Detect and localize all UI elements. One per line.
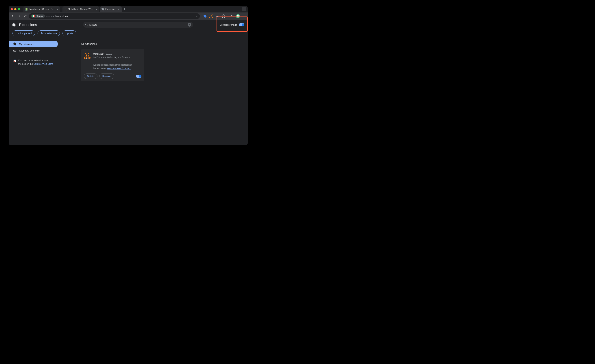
details-button[interactable]: Details <box>84 73 98 79</box>
kebab-menu-icon[interactable] <box>242 14 246 18</box>
close-tab-icon[interactable]: ✕ <box>117 8 120 11</box>
main-panel: All extensions MetaMask 12.9.3 An Ethere… <box>58 39 248 143</box>
reload-button[interactable] <box>23 14 28 19</box>
tab-separator <box>61 7 61 11</box>
search-icon <box>85 23 88 26</box>
keyboard-icon <box>13 49 16 52</box>
tab-title: Extensions <box>105 8 116 10</box>
search-box[interactable]: ✕ <box>83 22 193 28</box>
sidebar: My extensions Keyboard shortcuts Discove… <box>9 39 58 143</box>
load-unpacked-button[interactable]: Load unpacked <box>13 30 35 36</box>
svg-rect-6 <box>15 50 15 50</box>
close-window[interactable] <box>11 8 13 10</box>
bookmark-star-icon[interactable]: ☆ <box>196 15 198 18</box>
tabs-dropdown-button[interactable] <box>242 7 246 11</box>
extension-icon <box>101 8 104 11</box>
svg-point-0 <box>244 15 244 15</box>
extensions-page-icon <box>12 23 16 27</box>
page-title: Extensions <box>19 23 37 27</box>
tab-strip: 📗 Introduction | Chrome Extens ✕ MetaMas… <box>9 6 248 13</box>
back-button[interactable] <box>10 14 15 19</box>
tab-title: Introduction | Chrome Extens <box>29 8 55 10</box>
chrome-icon <box>32 15 35 17</box>
svg-rect-4 <box>14 50 14 50</box>
sidebar-item-label: My extensions <box>19 43 34 45</box>
svg-point-11 <box>15 61 15 62</box>
section-title: All extensions <box>81 43 225 45</box>
sidebar-item-keyboard-shortcuts[interactable]: Keyboard shortcuts <box>9 47 58 54</box>
tab-introduction[interactable]: 📗 Introduction | Chrome Extens ✕ <box>23 7 60 12</box>
extension-card-metamask: MetaMask 12.9.3 An Ethereum Wallet in yo… <box>81 49 144 81</box>
svg-point-2 <box>244 17 244 17</box>
svg-rect-5 <box>14 50 15 50</box>
forward-button[interactable] <box>16 14 22 19</box>
web-store-promo: Discover more extensions and themes on t… <box>9 58 58 67</box>
extension-puzzle-blue-icon[interactable] <box>203 14 207 18</box>
clear-search-icon[interactable]: ✕ <box>188 23 191 27</box>
chip-label: Chrome <box>36 15 44 17</box>
extension-icon <box>13 42 16 46</box>
metamask-toolbar-icon[interactable] <box>209 14 213 18</box>
refresh-profile-icon[interactable] <box>230 14 234 18</box>
remove-button[interactable]: Remove <box>99 73 114 79</box>
close-tab-icon[interactable]: ✕ <box>95 8 98 11</box>
toolbar-divider <box>228 14 228 18</box>
svg-rect-3 <box>14 50 16 51</box>
sidebar-item-my-extensions[interactable]: My extensions <box>9 41 58 47</box>
svg-rect-7 <box>15 50 16 50</box>
window-controls <box>11 8 20 10</box>
developer-mode: Developer mode <box>220 23 244 26</box>
maximize-window[interactable] <box>18 8 20 10</box>
svg-point-1 <box>244 16 244 16</box>
address-bar[interactable]: Chrome chrome://extensions ☆ <box>29 13 200 19</box>
developer-buttons: Load unpacked Pack extension Update <box>9 30 248 39</box>
password-icon[interactable] <box>215 14 220 18</box>
developer-mode-toggle[interactable] <box>239 23 244 26</box>
extensions-menu-icon[interactable] <box>221 14 226 18</box>
inspect-views: Inspect views service worker, 1 more… <box>93 67 142 70</box>
extension-enable-toggle[interactable] <box>136 75 142 78</box>
tab-extensions[interactable]: Extensions ✕ <box>100 7 122 12</box>
browser-toolbar: Chrome chrome://extensions ☆ B <box>9 13 248 20</box>
extension-id: ID: nkbihfbeogaeaoehlefnkodbefgpgknn <box>93 63 142 67</box>
extension-description: An Ethereum Wallet in your Browser <box>93 56 142 58</box>
url-text: chrome://extensions <box>47 15 68 18</box>
tab-metamask-store[interactable]: MetaMask - Chrome Web Sto ✕ <box>63 7 99 12</box>
developer-mode-label: Developer mode <box>220 23 237 26</box>
site-chip[interactable]: Chrome <box>31 14 45 18</box>
web-store-link[interactable]: Chrome Web Store <box>34 63 53 65</box>
update-button[interactable]: Update <box>63 30 76 36</box>
svg-rect-8 <box>14 51 15 51</box>
web-store-icon <box>13 59 16 63</box>
metamask-icon <box>64 8 67 11</box>
page-header: Extensions ✕ Developer mode <box>9 20 248 30</box>
minimize-window[interactable] <box>14 8 16 10</box>
profile-avatar[interactable]: B <box>236 14 240 18</box>
inspect-views-link[interactable]: service worker, 1 more… <box>107 67 131 70</box>
sidebar-item-label: Keyboard shortcuts <box>19 49 40 52</box>
close-tab-icon[interactable]: ✕ <box>56 8 59 11</box>
extension-name: MetaMask <box>93 52 104 55</box>
extension-item-icon <box>84 52 91 59</box>
extension-version: 12.9.3 <box>106 52 112 55</box>
new-tab-button[interactable]: + <box>122 7 127 11</box>
pack-extension-button[interactable]: Pack extension <box>38 30 60 36</box>
tab-title: MetaMask - Chrome Web Sto <box>68 8 94 10</box>
search-input[interactable] <box>89 23 186 26</box>
bookmark-icon: 📗 <box>25 8 28 11</box>
